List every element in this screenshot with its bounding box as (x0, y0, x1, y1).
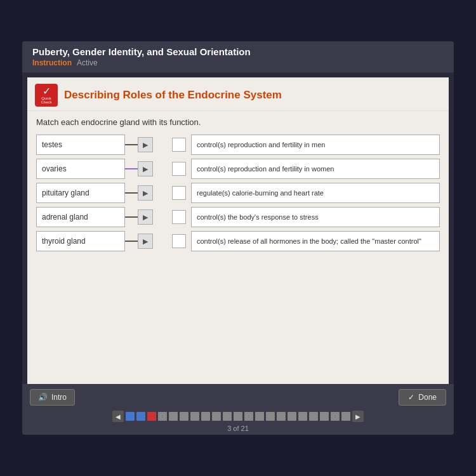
function-item-1: control(s) reproduction and fertility in… (172, 159, 440, 179)
nav-dot-1[interactable] (126, 412, 135, 421)
breadcrumb: Instruction Active (32, 58, 444, 67)
arrow-adrenal[interactable]: ▶ (138, 209, 153, 225)
quick-check-icon: ✓ QuickCheck (35, 84, 58, 107)
function-checkbox-2[interactable] (172, 186, 186, 200)
gland-box-adrenal: adrenal gland (36, 207, 125, 227)
gland-box-thyroid: thyroid gland (36, 231, 125, 251)
nav-dot-17[interactable] (298, 412, 307, 421)
nav-dot-16[interactable] (288, 412, 296, 421)
connector-adrenal: ▶ (125, 209, 153, 225)
gland-item-ovaries: ovaries ▶ (36, 159, 153, 179)
connector-pituitary: ▶ (125, 185, 153, 201)
gland-item-thyroid: thyroid gland ▶ (36, 231, 153, 251)
function-checkbox-3[interactable] (172, 210, 186, 224)
main-screen: Puberty, Gender Identity, and Sexual Ori… (22, 41, 454, 435)
done-check-icon: ✓ (408, 393, 414, 402)
page-title: Puberty, Gender Identity, and Sexual Ori… (32, 46, 444, 57)
gland-item-pituitary: pituitary gland ▶ (36, 183, 153, 203)
arrow-pituitary[interactable]: ▶ (138, 185, 153, 201)
function-box-0: control(s) reproduction and fertility in… (191, 135, 440, 155)
controls-row: 🔊 Intro ✓ Done (22, 387, 454, 408)
page-count: 3 of 21 (227, 425, 249, 432)
nav-dot-19[interactable] (320, 412, 329, 421)
intro-button[interactable]: 🔊 Intro (30, 389, 75, 406)
function-checkbox-1[interactable] (172, 162, 186, 176)
gland-item-adrenal: adrenal gland ▶ (36, 207, 153, 227)
gland-box-pituitary: pituitary gland (36, 183, 125, 203)
nav-dot-15[interactable] (277, 412, 286, 421)
done-button[interactable]: ✓ Done (399, 389, 446, 406)
checkmark-symbol: ✓ (43, 86, 51, 96)
nav-dot-4[interactable] (158, 412, 167, 421)
nav-dot-14[interactable] (266, 412, 275, 421)
next-button[interactable]: ▶ (352, 411, 364, 422)
activity-header: ✓ QuickCheck Describing Roles of the End… (27, 77, 449, 111)
nav-dot-12[interactable] (244, 412, 253, 421)
gland-item-testes: testes ▶ (36, 135, 153, 155)
right-functions: control(s) reproduction and fertility in… (172, 135, 440, 251)
speaker-icon: 🔊 (38, 393, 48, 402)
function-box-3: control(s) the body's response to stress (191, 207, 440, 227)
connector-testes: ▶ (125, 137, 153, 152)
function-checkbox-4[interactable] (172, 234, 186, 248)
function-box-4: control(s) release of all hormones in th… (191, 231, 440, 251)
arrow-thyroid[interactable]: ▶ (138, 234, 153, 249)
function-item-0: control(s) reproduction and fertility in… (172, 135, 440, 155)
left-glands: testes ▶ ovaries (36, 135, 153, 251)
nav-dot-2[interactable] (136, 412, 145, 421)
instruction-text: Match each endocrine gland with its func… (36, 117, 440, 127)
top-bar: Puberty, Gender Identity, and Sexual Ori… (22, 41, 454, 72)
function-item-4: control(s) release of all hormones in th… (172, 231, 440, 251)
function-box-2: regulate(s) calorie-burning and heart ra… (191, 183, 440, 203)
connector-ovaries: ▶ (125, 161, 153, 176)
nav-dot-10[interactable] (223, 412, 232, 421)
activity-title: Describing Roles of the Endocrine System (64, 89, 282, 102)
arrow-testes[interactable]: ▶ (138, 137, 153, 152)
nav-dot-8[interactable] (201, 412, 210, 421)
activity-body: Match each endocrine gland with its func… (27, 111, 449, 258)
bottom-bar: 🔊 Intro ✓ Done ◀ (22, 384, 454, 435)
nav-dot-5[interactable] (169, 412, 178, 421)
nav-dot-20[interactable] (331, 412, 340, 421)
nav-dot-6[interactable] (180, 412, 188, 421)
nav-dot-3[interactable] (147, 412, 156, 421)
nav-dot-13[interactable] (255, 412, 264, 421)
nav-dot-7[interactable] (190, 412, 199, 421)
function-item-2: regulate(s) calorie-burning and heart ra… (172, 183, 440, 203)
nav-dot-11[interactable] (234, 412, 242, 421)
function-box-1: control(s) reproduction and fertility in… (191, 159, 440, 179)
breadcrumb-instruction: Instruction (32, 58, 72, 67)
breadcrumb-active: Active (77, 58, 98, 67)
function-item-3: control(s) the body's response to stress (172, 207, 440, 227)
connector-thyroid: ▶ (125, 234, 153, 249)
gland-box-ovaries: ovaries (36, 159, 125, 179)
prev-button[interactable]: ◀ (112, 411, 124, 422)
nav-dot-18[interactable] (309, 412, 318, 421)
nav-dot-9[interactable] (212, 412, 221, 421)
nav-bar: ◀ ▶ (112, 411, 364, 422)
function-checkbox-0[interactable] (172, 138, 186, 152)
main-content: ✓ QuickCheck Describing Roles of the End… (27, 77, 449, 414)
nav-dot-21[interactable] (341, 412, 350, 421)
arrow-ovaries[interactable]: ▶ (138, 161, 153, 176)
matching-area: testes ▶ ovaries (36, 135, 440, 251)
gland-box-testes: testes (36, 135, 125, 155)
quick-check-label: QuickCheck (41, 96, 51, 104)
